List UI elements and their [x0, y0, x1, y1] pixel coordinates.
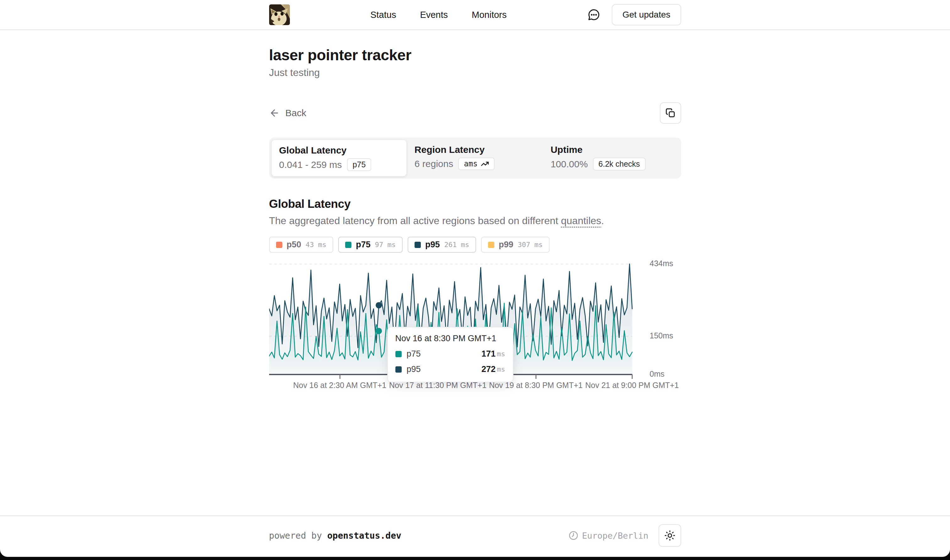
x-axis-tick: Nov 16 at 2:30 AM GMT+1 — [293, 381, 386, 390]
theme-toggle-button[interactable] — [659, 524, 681, 547]
p75-swatch — [396, 351, 402, 357]
tab-title: Region Latency — [414, 145, 536, 155]
p95-swatch — [396, 366, 402, 372]
main-content: laser pointer tracker Just testing Back … — [0, 30, 950, 515]
nav-link-events[interactable]: Events — [420, 10, 448, 20]
y-axis-tick: 150ms — [650, 331, 673, 340]
p95-swatch — [414, 242, 421, 248]
page-title: laser pointer tracker — [269, 46, 681, 64]
tab-uptime[interactable]: Uptime 100.00% 6.2k checks — [543, 139, 679, 177]
timezone-display: Europe/Berlin — [569, 531, 648, 540]
back-label: Back — [285, 108, 306, 118]
legend-badge-p75[interactable]: p75 97 ms — [338, 237, 403, 253]
section-description: The aggregated latency from all active r… — [269, 215, 681, 227]
chart-legend: p50 43 ms p75 97 ms p95 261 ms p99 307 m… — [269, 237, 681, 253]
powered-by-label: powered by — [269, 531, 322, 541]
metric-tabs: Global Latency 0.041 - 259 ms p75 Region… — [269, 137, 681, 178]
tab-title: Uptime — [551, 145, 671, 155]
checks-pill[interactable]: 6.2k checks — [593, 158, 646, 171]
region-pill[interactable]: ams — [458, 158, 494, 170]
sun-icon — [665, 530, 675, 541]
legend-value: 43 ms — [306, 241, 326, 249]
description-period: . — [601, 215, 604, 226]
legend-label: p99 — [499, 240, 513, 249]
tooltip-value: 272 — [482, 365, 496, 374]
toolbar: Back — [269, 102, 681, 124]
tooltip-row-p95: p95 272 ms — [396, 365, 505, 374]
nav-right-group: Get updates — [587, 4, 681, 25]
back-link[interactable]: Back — [269, 108, 306, 118]
copy-link-button[interactable] — [660, 102, 681, 124]
cat-logo-image — [269, 5, 290, 25]
tab-global-latency[interactable]: Global Latency 0.041 - 259 ms p75 — [271, 139, 407, 177]
legend-badge-p99[interactable]: p99 307 ms — [481, 237, 550, 253]
legend-label: p50 — [287, 240, 302, 249]
crying-cat-logo[interactable] — [269, 5, 290, 25]
tab-value: 0.041 - 259 ms — [279, 160, 342, 170]
tab-region-latency[interactable]: Region Latency 6 regions ams — [407, 139, 543, 177]
tooltip-unit: ms — [497, 365, 505, 373]
p75-swatch — [345, 242, 351, 248]
openstatus-link[interactable]: openstatus.dev — [327, 531, 401, 541]
legend-value: 307 ms — [518, 241, 543, 249]
tooltip-title: Nov 16 at 8:30 PM GMT+1 — [396, 334, 505, 343]
app-window: Status Events Monitors Get updates l — [0, 0, 950, 560]
chart-tooltip: Nov 16 at 8:30 PM GMT+1 p75 171 ms p95 2… — [387, 327, 513, 382]
nav-links: Status Events Monitors — [290, 10, 587, 20]
quantile-pill[interactable]: p75 — [347, 158, 371, 171]
copy-icon — [665, 108, 676, 118]
timezone-label: Europe/Berlin — [582, 531, 648, 540]
description-text: The aggregated latency from all active r… — [269, 215, 561, 226]
powered-by: powered by openstatus.dev — [269, 531, 401, 541]
y-axis-tick: 0ms — [650, 369, 665, 378]
y-axis-tick: 434ms — [650, 259, 673, 268]
top-navigation: Status Events Monitors Get updates — [0, 0, 950, 30]
get-updates-button[interactable]: Get updates — [612, 4, 681, 25]
nav-link-status[interactable]: Status — [370, 10, 396, 20]
tooltip-label: p95 — [407, 365, 421, 374]
page-footer: powered by openstatus.dev Europe/Berlin — [0, 515, 950, 557]
tooltip-label: p75 — [407, 349, 421, 359]
tab-value: 6 regions — [414, 158, 453, 169]
trending-up-icon — [481, 160, 489, 168]
nav-link-monitors[interactable]: Monitors — [472, 10, 507, 20]
chat-bubble-icon[interactable] — [587, 8, 600, 22]
clock-icon — [569, 531, 578, 540]
tab-value: 100.00% — [551, 159, 588, 169]
legend-badge-p50[interactable]: p50 43 ms — [269, 237, 334, 253]
section-title: Global Latency — [269, 197, 681, 211]
p99-swatch — [488, 242, 494, 248]
tab-title: Global Latency — [279, 145, 399, 156]
legend-value: 261 ms — [444, 241, 469, 249]
legend-label: p95 — [425, 240, 440, 249]
status-page: Status Events Monitors Get updates l — [0, 0, 950, 557]
tooltip-unit: ms — [497, 350, 505, 358]
x-axis-tick: Nov 21 at 9:00 PM GMT+1 — [585, 381, 679, 390]
region-pill-label: ams — [464, 160, 477, 168]
back-arrow-icon — [269, 108, 280, 118]
legend-label: p75 — [356, 240, 371, 249]
tooltip-row-p75: p75 171 ms — [396, 349, 505, 359]
legend-value: 97 ms — [375, 241, 396, 249]
tooltip-value: 171 — [482, 349, 496, 359]
quantiles-link[interactable]: quantiles — [561, 215, 601, 226]
p50-swatch — [276, 242, 282, 248]
legend-badge-p95[interactable]: p95 261 ms — [408, 237, 476, 253]
latency-chart[interactable]: 434ms 150ms 0ms Nov 16 at 2:30 AM GMT+1 … — [269, 262, 681, 397]
page-subtitle: Just testing — [269, 67, 681, 78]
